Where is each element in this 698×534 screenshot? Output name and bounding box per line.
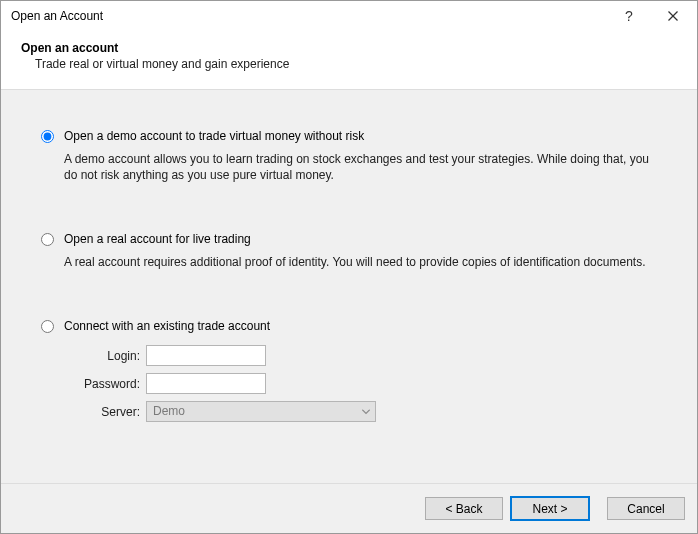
option-real: Open a real account for live trading A r… (41, 231, 669, 270)
radio-real[interactable] (41, 233, 54, 246)
connect-form: Login: Password: Server: Demo (64, 345, 669, 422)
server-select-value: Demo (146, 401, 376, 422)
page-title: Open an account (21, 41, 677, 55)
page-subtitle: Trade real or virtual money and gain exp… (35, 57, 677, 71)
password-label: Password: (64, 377, 140, 391)
help-button[interactable]: ? (607, 2, 651, 30)
close-button[interactable] (651, 2, 695, 30)
option-real-label[interactable]: Open a real account for live trading (64, 231, 251, 248)
titlebar: Open an Account ? (1, 1, 697, 31)
server-select[interactable]: Demo (146, 401, 376, 422)
content-area: Open a demo account to trade virtual mon… (1, 90, 697, 483)
wizard-header: Open an account Trade real or virtual mo… (1, 31, 697, 89)
option-real-description: A real account requires additional proof… (64, 254, 664, 270)
option-connect: Connect with an existing trade account L… (41, 318, 669, 422)
option-demo-description: A demo account allows you to learn tradi… (64, 151, 664, 183)
next-button[interactable]: Next > (511, 497, 589, 520)
dialog-window: Open an Account ? Open an account Trade … (0, 0, 698, 534)
radio-demo[interactable] (41, 130, 54, 143)
server-label: Server: (64, 405, 140, 419)
close-icon (668, 11, 678, 21)
password-input[interactable] (146, 373, 266, 394)
wizard-footer: < Back Next > Cancel (1, 483, 697, 533)
cancel-button[interactable]: Cancel (607, 497, 685, 520)
login-input[interactable] (146, 345, 266, 366)
option-demo: Open a demo account to trade virtual mon… (41, 128, 669, 183)
back-button[interactable]: < Back (425, 497, 503, 520)
login-label: Login: (64, 349, 140, 363)
radio-connect[interactable] (41, 320, 54, 333)
option-demo-label[interactable]: Open a demo account to trade virtual mon… (64, 128, 364, 145)
option-connect-label[interactable]: Connect with an existing trade account (64, 318, 270, 335)
window-title: Open an Account (11, 9, 607, 23)
